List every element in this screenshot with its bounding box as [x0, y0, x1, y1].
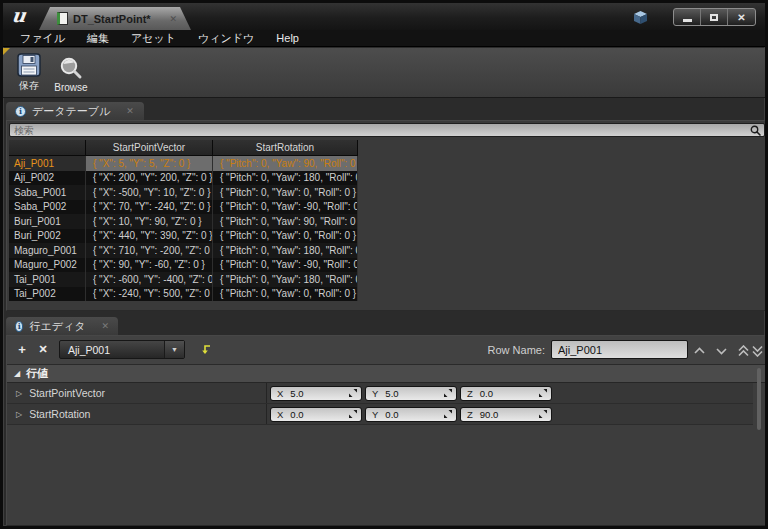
- layout-cube-icon[interactable]: [633, 11, 648, 24]
- row-rotation-cell: { "Pitch": 0, "Yaw": 90, "Roll": 0 }: [213, 214, 358, 229]
- row-name-cell: Tai_P001: [9, 272, 86, 287]
- axis-value: 90.0: [480, 409, 539, 420]
- add-row-button[interactable]: +: [13, 340, 31, 358]
- row-vector-cell: { "X": 90, "Y": -60, "Z": 0 }: [86, 258, 213, 273]
- row-vector-cell: { "X": -500, "Y": 10, "Z": 0 }: [86, 185, 213, 200]
- maximize-icon: [710, 14, 718, 21]
- browse-button[interactable]: Browse: [50, 51, 92, 95]
- datatable-panel-tab[interactable]: i データテーブル ✕: [6, 102, 144, 120]
- axis-value: 0.0: [290, 409, 349, 420]
- row-name-cell: Buri_P001: [9, 214, 86, 229]
- menu-window[interactable]: ウィンドウ: [187, 30, 265, 47]
- minimize-icon: [683, 19, 692, 22]
- numeric-field[interactable]: X 0.0: [270, 407, 362, 422]
- vertical-scrollbar[interactable]: [757, 368, 761, 430]
- row-name-cell: Tai_P002: [9, 287, 86, 302]
- numeric-field[interactable]: X 5.0: [270, 386, 362, 401]
- maximize-button[interactable]: [701, 9, 728, 25]
- roweditor-tab-label: 行エディタ: [29, 319, 85, 334]
- table-row[interactable]: Maguro_P002 { "X": 90, "Y": -60, "Z": 0 …: [9, 258, 358, 273]
- move-row-up-button[interactable]: [691, 344, 707, 357]
- axis-label: Y: [372, 409, 378, 420]
- reset-to-default-icon[interactable]: [200, 344, 212, 356]
- delete-row-button[interactable]: ✕: [34, 340, 52, 358]
- table-row[interactable]: Tai_P001 { "X": -600, "Y": -400, "Z": 0 …: [9, 272, 358, 287]
- row-select-dropdown[interactable]: Aji_P001 ▼: [59, 340, 185, 359]
- save-floppy-icon: [17, 53, 41, 77]
- row-rotation-cell: { "Pitch": 0, "Yaw": -90, "Roll": 0 }: [213, 200, 358, 215]
- header-startpointvector[interactable]: StartPointVector: [86, 140, 213, 156]
- table-row[interactable]: Aji_P001 { "X": 5, "Y": 5, "Z": 0 } { "P…: [9, 156, 358, 171]
- row-rotation-cell: { "Pitch": 0, "Yaw": 0, "Roll": 0 }: [213, 287, 358, 302]
- row-rotation-cell: { "Pitch": 0, "Yaw": 90, "Roll": 0 }: [213, 156, 358, 171]
- row-name-input[interactable]: [551, 340, 688, 359]
- table-body: Aji_P001 { "X": 5, "Y": 5, "Z": 0 } { "P…: [9, 156, 358, 301]
- expand-arrow-icon[interactable]: ▷: [16, 410, 22, 419]
- row-vector-cell: { "X": -240, "Y": 500, "Z": 0 }: [86, 287, 213, 302]
- property-header[interactable]: ▷ StartPointVector: [7, 383, 266, 403]
- numeric-field[interactable]: Z 90.0: [460, 407, 552, 422]
- menu-file[interactable]: ファイル: [9, 30, 76, 47]
- drag-handle-icon: [349, 410, 357, 418]
- row-select-value: Aji_P001: [60, 344, 164, 356]
- save-button-label: 保存: [19, 79, 39, 93]
- numeric-field[interactable]: Y 5.0: [365, 386, 457, 401]
- table-row[interactable]: Buri_P001 { "X": 10, "Y": 90, "Z": 0 } {…: [9, 214, 358, 229]
- roweditor-tab-close-icon[interactable]: ✕: [101, 321, 109, 331]
- menu-edit[interactable]: 編集: [76, 30, 120, 47]
- title-bar[interactable]: u DT_StartPoint* ✕ ✕: [3, 3, 765, 30]
- move-row-to-bottom-button[interactable]: [749, 344, 765, 357]
- header-rowname[interactable]: [9, 140, 86, 156]
- close-button[interactable]: ✕: [728, 9, 755, 25]
- table-row[interactable]: Saba_P001 { "X": -500, "Y": 10, "Z": 0 }…: [9, 185, 358, 200]
- datatable-asset-icon: [57, 12, 68, 25]
- axis-label: Y: [372, 388, 378, 399]
- numeric-field[interactable]: Z 0.0: [460, 386, 552, 401]
- drag-handle-icon: [349, 389, 357, 397]
- chevron-up-icon: [694, 347, 705, 355]
- roweditor-panel-tab[interactable]: i 行エディタ ✕: [6, 317, 118, 335]
- minimize-button[interactable]: [674, 9, 701, 25]
- header-startrotation[interactable]: StartRotation: [213, 140, 358, 156]
- search-bar: [9, 123, 765, 137]
- table-row[interactable]: Buri_P002 { "X": 440, "Y": 390, "Z": 0 }…: [9, 229, 358, 244]
- search-icon: [750, 125, 761, 136]
- search-input[interactable]: [10, 124, 750, 136]
- row-vector-cell: { "X": 5, "Y": 5, "Z": 0 }: [86, 156, 213, 171]
- axis-label: Z: [467, 409, 473, 420]
- save-button[interactable]: 保存: [8, 51, 50, 95]
- datatable-tab-close-icon[interactable]: ✕: [126, 106, 134, 116]
- row-vector-cell: { "X": -600, "Y": -400, "Z": 0 }: [86, 272, 213, 287]
- expand-arrow-icon[interactable]: ▷: [16, 389, 22, 398]
- roweditor-panel: + ✕ Aji_P001 ▼ Row Name:: [6, 335, 768, 526]
- property-name: StartPointVector: [29, 387, 105, 399]
- asset-tab-close-icon[interactable]: ✕: [169, 14, 177, 24]
- property-row: ▷ StartPointVector X 5.0 Y 5.0 Z 0.0: [7, 383, 753, 404]
- table-row[interactable]: Tai_P002 { "X": -240, "Y": 500, "Z": 0 }…: [9, 287, 358, 302]
- table-row[interactable]: Aji_P002 { "X": 200, "Y": 200, "Z": 0 } …: [9, 171, 358, 186]
- numeric-field[interactable]: Y 0.0: [365, 407, 457, 422]
- asset-tab[interactable]: DT_StartPoint* ✕: [39, 7, 191, 30]
- axis-value: 5.0: [290, 388, 349, 399]
- property-values: X 5.0 Y 5.0 Z 0.0: [266, 383, 753, 403]
- row-values-section-header[interactable]: ◢ 行値: [7, 365, 767, 383]
- window-controls: ✕: [673, 8, 756, 26]
- row-vector-cell: { "X": 200, "Y": 200, "Z": 0 }: [86, 171, 213, 186]
- browse-magnifier-icon: [59, 56, 83, 80]
- data-table: StartPointVector StartRotation Aji_P001 …: [9, 140, 358, 301]
- menu-asset[interactable]: アセット: [120, 30, 187, 47]
- menu-help[interactable]: Help: [265, 30, 310, 47]
- row-rotation-cell: { "Pitch": 0, "Yaw": 180, "Roll": 0 }: [213, 272, 358, 287]
- axis-label: X: [277, 388, 283, 399]
- drag-handle-icon: [444, 410, 452, 418]
- axis-value: 0.0: [385, 409, 444, 420]
- table-row[interactable]: Saba_P002 { "X": 70, "Y": -240, "Z": 0 }…: [9, 200, 358, 215]
- axis-label: X: [277, 409, 283, 420]
- property-header[interactable]: ▷ StartRotation: [7, 404, 266, 424]
- table-row[interactable]: Maguro_P001 { "X": 710, "Y": -200, "Z": …: [9, 243, 358, 258]
- unreal-logo-icon: u: [10, 4, 27, 26]
- move-row-down-button[interactable]: [713, 344, 729, 357]
- double-chevron-down-icon: [752, 345, 763, 357]
- row-name-cell: Saba_P002: [9, 200, 86, 215]
- row-vector-cell: { "X": 70, "Y": -240, "Z": 0 }: [86, 200, 213, 215]
